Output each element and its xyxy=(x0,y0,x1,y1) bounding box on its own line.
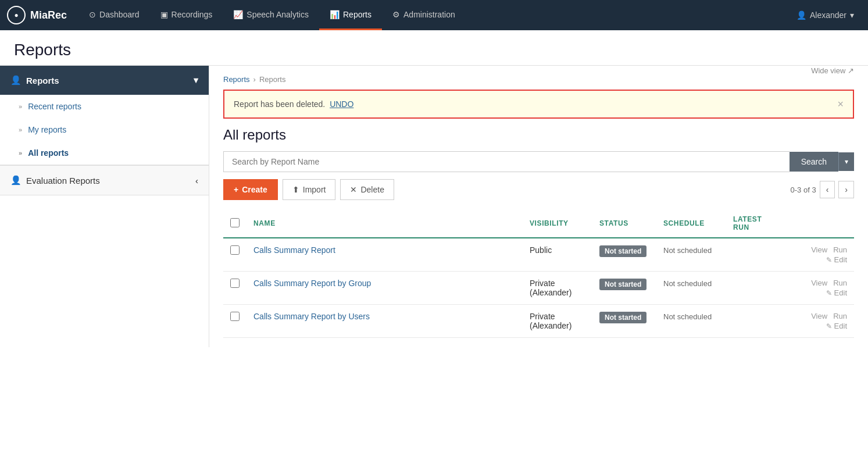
row1-checkbox[interactable] xyxy=(230,245,240,255)
row1-latest-run xyxy=(726,238,784,272)
nav-item-administration[interactable]: ⚙ Administration xyxy=(382,0,466,30)
th-status: STATUS xyxy=(592,209,656,238)
row2-name-link[interactable]: Calls Summary Report by Group xyxy=(253,279,371,288)
chevron-right-icon-2: » xyxy=(19,126,22,133)
row2-checkbox[interactable] xyxy=(230,279,240,288)
analytics-icon: 📈 xyxy=(233,10,243,19)
nav-item-reports[interactable]: 📊 Reports xyxy=(319,0,382,30)
breadcrumb-reports-link[interactable]: Reports xyxy=(223,75,250,84)
times-icon: ✕ xyxy=(350,185,357,194)
row3-actions: View Run ✎ Edit xyxy=(784,305,854,338)
table-header-row: NAME VISIBILITY STATUS SCHEDULE LATEST R xyxy=(223,209,854,238)
sidebar-item-recent-reports-label: Recent reports xyxy=(28,102,81,111)
row1-check xyxy=(223,238,247,272)
page-title: Reports xyxy=(14,41,854,59)
chevron-right-icon-3: » xyxy=(19,149,22,156)
person-icon: 👤 xyxy=(10,75,22,85)
row2-view-link[interactable]: View xyxy=(811,279,827,287)
logo-text: MiaRec xyxy=(30,9,67,22)
row3-name: Calls Summary Report by Users xyxy=(247,305,523,338)
pagination-next-button[interactable]: › xyxy=(838,181,854,198)
row3-run-link[interactable]: Run xyxy=(833,312,847,320)
nav-item-recordings[interactable]: ▣ Recordings xyxy=(150,0,223,30)
sidebar-item-recent-reports[interactable]: » Recent reports xyxy=(0,95,209,118)
pagination-prev-button[interactable]: ‹ xyxy=(820,181,835,198)
admin-icon: ⚙ xyxy=(392,10,400,19)
sidebar-eval-chevron: ‹ xyxy=(195,176,198,186)
user-icon: 👤 xyxy=(796,10,806,20)
row1-visibility: Public xyxy=(523,238,592,272)
sidebar-item-all-reports[interactable]: » All reports xyxy=(0,141,209,165)
row3-name-link[interactable]: Calls Summary Report by Users xyxy=(253,312,370,321)
nav-item-speech-analytics[interactable]: 📈 Speech Analytics xyxy=(223,0,319,30)
delete-label: Delete xyxy=(360,185,384,194)
row3-check xyxy=(223,305,247,338)
row1-actions: View Run ✎ Edit xyxy=(784,238,854,272)
sidebar-reports-header[interactable]: 👤 Reports ▾ xyxy=(0,66,209,95)
row1-name-link[interactable]: Calls Summary Report xyxy=(253,245,335,255)
nav-label-dashboard: Dashboard xyxy=(99,10,140,19)
edit-icon-1: ✎ xyxy=(826,256,832,264)
nav-item-dashboard[interactable]: ⊙ Dashboard xyxy=(78,0,150,30)
page-wrapper: Reports Wide view ↗ 👤 Reports ▾ » Recent… xyxy=(0,30,868,467)
row1-edit-link[interactable]: ✎ Edit xyxy=(826,255,847,264)
row1-edit-line: ✎ Edit xyxy=(826,255,847,264)
row3-view-run: View Run xyxy=(811,312,847,320)
breadcrumb-current: Reports xyxy=(259,75,286,84)
search-dropdown-button[interactable]: ▾ xyxy=(838,152,854,171)
row2-status: Not started xyxy=(592,272,656,305)
table-body: Calls Summary Report Public Not started … xyxy=(223,238,854,338)
recordings-icon: ▣ xyxy=(160,10,168,19)
dashboard-icon: ⊙ xyxy=(89,10,96,19)
import-label: Import xyxy=(303,185,326,194)
logo-icon: ● xyxy=(7,6,26,24)
create-button[interactable]: + Create xyxy=(223,179,278,200)
sidebar-reports-chevron: ▾ xyxy=(194,75,198,85)
sidebar: 👤 Reports ▾ » Recent reports » My report… xyxy=(0,66,209,347)
search-button[interactable]: Search xyxy=(790,152,838,172)
sidebar-item-my-reports[interactable]: » My reports xyxy=(0,118,209,141)
alert-text: Report has been deleted. xyxy=(234,99,325,109)
user-name: Alexander xyxy=(810,10,846,20)
row3-checkbox[interactable] xyxy=(230,312,240,321)
row3-edit-line: ✎ Edit xyxy=(826,322,847,330)
sidebar-eval-header[interactable]: 👤 Evaluation Reports ‹ xyxy=(0,165,209,195)
row2-edit-line: ✎ Edit xyxy=(826,288,847,297)
table-row: Calls Summary Report by Group Private (A… xyxy=(223,272,854,305)
row3-status-badge: Not started xyxy=(599,312,646,323)
row3-status: Not started xyxy=(592,305,656,338)
undo-link[interactable]: UNDO xyxy=(330,99,353,109)
breadcrumb: Reports › Reports xyxy=(223,75,854,84)
row2-schedule: Not scheduled xyxy=(656,272,726,305)
import-button[interactable]: ⬆ Import xyxy=(283,179,336,200)
delete-button[interactable]: ✕ Delete xyxy=(340,179,394,200)
sidebar-reports-header-left: 👤 Reports xyxy=(10,75,59,85)
user-menu[interactable]: 👤 Alexander ▾ xyxy=(790,10,861,20)
row2-edit-link[interactable]: ✎ Edit xyxy=(826,288,847,297)
search-input[interactable] xyxy=(223,151,790,172)
row1-run-link[interactable]: Run xyxy=(833,245,847,254)
user-dropdown-icon: ▾ xyxy=(850,10,854,20)
plus-icon: + xyxy=(234,185,238,194)
upload-icon: ⬆ xyxy=(292,185,299,194)
row3-action-links: View Run ✎ Edit xyxy=(791,312,847,330)
select-all-checkbox[interactable] xyxy=(230,218,240,227)
row2-run-link[interactable]: Run xyxy=(833,279,847,287)
search-row: Search ▾ xyxy=(223,151,854,172)
logo[interactable]: ● MiaRec xyxy=(7,6,67,24)
content-area: 👤 Reports ▾ » Recent reports » My report… xyxy=(0,66,868,347)
th-visibility: VISIBILITY xyxy=(523,209,592,238)
row3-view-link[interactable]: View xyxy=(811,312,827,320)
nav-label-speech-analytics: Speech Analytics xyxy=(247,10,309,19)
row2-visibility: Private (Alexander) xyxy=(523,272,592,305)
row1-view-run: View Run xyxy=(811,245,847,254)
edit-icon-2: ✎ xyxy=(826,289,832,297)
sidebar-reports-label: Reports xyxy=(26,76,59,85)
row3-edit-link[interactable]: ✎ Edit xyxy=(826,322,847,330)
alert-close-button[interactable]: × xyxy=(837,99,844,109)
row2-name: Calls Summary Report by Group xyxy=(247,272,523,305)
create-label: Create xyxy=(242,185,267,194)
sidebar-item-all-reports-label: All reports xyxy=(28,148,69,158)
row1-view-link[interactable]: View xyxy=(811,245,827,254)
wide-view-toggle[interactable]: Wide view ↗ xyxy=(811,66,854,75)
